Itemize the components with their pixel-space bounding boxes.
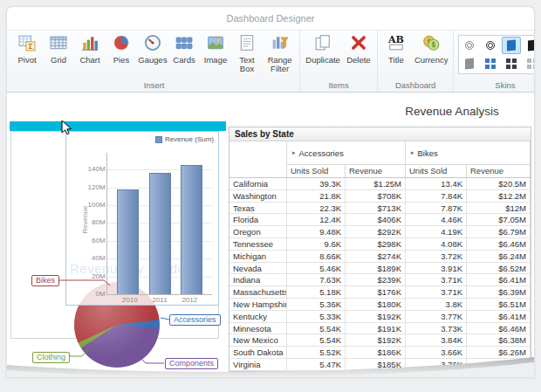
- grid-cell-state: Tennessee: [229, 238, 287, 251]
- grid-cell: $180K: [346, 299, 406, 311]
- table-row[interactable]: New Mexico 5.54K $192K 3.84K $6.38M: [229, 334, 531, 347]
- expand-icon[interactable]: ▸: [292, 149, 296, 156]
- grid-cell-state: Indiana: [229, 274, 287, 286]
- grid-cell: 5.33K: [287, 311, 346, 323]
- pivot-button[interactable]: Σ Pivot: [11, 32, 43, 66]
- skin-thumbnail[interactable]: [460, 55, 479, 72]
- x-tick-label: 2010: [122, 296, 138, 304]
- grid-cell: $239K: [346, 274, 406, 286]
- table-row[interactable]: Oregon 9.48K $292K 4.19K $6.79M: [229, 226, 531, 238]
- grid-cell: 5.46K: [287, 263, 346, 275]
- skin-thumbnail[interactable]: [460, 37, 479, 54]
- grid-button[interactable]: Grid: [43, 32, 74, 66]
- grid-cell: $6.24M: [467, 251, 531, 263]
- gauges-button[interactable]: Gauges: [137, 32, 168, 66]
- table-row[interactable]: Indiana 7.63K $239K 3.71K $6.41M: [229, 274, 531, 286]
- window-titlebar[interactable]: Dashboard Designer: [7, 7, 534, 30]
- desktop: { "window": { "title": "Dashboard Design…: [0, 0, 541, 392]
- bar-plot: Revenue 201020112012 0M20M40M60M80M100M1…: [106, 153, 212, 295]
- grid-cell: 5.52K: [287, 347, 346, 359]
- grid-cell: $12M: [467, 203, 531, 215]
- grid-cell: $7.05M: [467, 214, 531, 226]
- bar[interactable]: [149, 173, 171, 294]
- table-row[interactable]: South Dakota 5.52K $186K 3.66K $6.26M: [229, 347, 531, 359]
- range-filter-button[interactable]: Range Filter: [263, 32, 297, 76]
- text-box-icon: [238, 34, 256, 56]
- grid-cell: $186K: [346, 347, 406, 359]
- cards-button[interactable]: Cards: [168, 32, 200, 66]
- y-tick-label: 60M: [79, 237, 106, 245]
- skin-thumbnail[interactable]: [523, 37, 534, 54]
- chart-button[interactable]: Chart: [74, 32, 106, 66]
- column-header-units-sold[interactable]: Units Sold: [406, 165, 467, 177]
- mouse-cursor-icon: [61, 120, 72, 140]
- pie-label-bikes[interactable]: Bikes: [31, 275, 59, 286]
- pie-label-components[interactable]: Components: [165, 358, 218, 369]
- pies-button[interactable]: Pies: [106, 32, 137, 66]
- skin-thumbnail[interactable]: [523, 55, 534, 72]
- grid-cell: 3.91K: [406, 263, 467, 275]
- table-row[interactable]: California 39.3K $1.25M 13.4K $20.5M: [229, 178, 531, 190]
- table-row[interactable]: Virginia 5.47K $185K 3.76K $6.34M: [229, 359, 531, 371]
- pie-label-accessories[interactable]: Accessories: [169, 314, 221, 326]
- title-icon: AB: [387, 34, 405, 56]
- bar[interactable]: [181, 165, 202, 294]
- table-row[interactable]: Nevada 5.46K $189K 3.91K $6.52M: [229, 263, 531, 275]
- grid-cell-state: Oregon: [229, 226, 287, 238]
- band-header-accessories[interactable]: ▸ Accessories: [287, 141, 406, 164]
- column-header-revenue[interactable]: Revenue: [346, 165, 406, 177]
- band-label: Bikes: [418, 148, 438, 158]
- skin-thumbnail[interactable]: [481, 55, 500, 72]
- grid-cell: $12.2M: [467, 190, 531, 203]
- grid-cell: 3.76K: [406, 359, 467, 371]
- grid-cell-state: New Mexico: [229, 334, 287, 347]
- image-button[interactable]: Image: [200, 32, 231, 66]
- grid-cell: $192K: [346, 311, 406, 323]
- table-row[interactable]: New Hampshire 5.36K $180K 3.8K $6.51M: [229, 299, 531, 311]
- window-title: Dashboard Designer: [227, 13, 315, 24]
- image-label: Image: [204, 56, 227, 65]
- table-row[interactable]: Washington 21.8K $708K 7.84K $12.2M: [229, 190, 531, 203]
- grid-cell: 5.36K: [287, 299, 346, 311]
- table-row[interactable]: Massachusetts 5.18K $176K 3.71K $6.39M: [229, 286, 531, 299]
- grid-cell: $176K: [346, 286, 406, 299]
- table-row[interactable]: Michigan 8.66K $274K 3.72K $6.24M: [229, 251, 531, 263]
- pies-icon: [113, 34, 130, 56]
- skin-thumbnail[interactable]: [481, 37, 500, 54]
- currency-button[interactable]: €$ Currency: [412, 32, 451, 66]
- column-header-revenue[interactable]: Revenue: [467, 165, 531, 177]
- table-row[interactable]: Kentucky 5.33K $192K 3.77K $6.41M: [229, 311, 531, 323]
- title-label: Title: [388, 56, 404, 65]
- group-caption-dashboard: Dashboard: [380, 79, 451, 92]
- grid-cell-state: Texas: [229, 203, 287, 215]
- expand-icon[interactable]: ▸: [411, 149, 414, 156]
- grid-cell: $298K: [346, 238, 406, 251]
- delete-button[interactable]: Delete: [343, 32, 374, 66]
- dashboard-title: Revenue Analysis: [356, 105, 534, 118]
- grid-cell-state: Nevada: [229, 263, 287, 275]
- table-row[interactable]: Minnesota 5.54K $191K 3.73K $6.46M: [229, 323, 531, 335]
- sales-grid-item[interactable]: Sales by State ▸ Accessories ▸ Bikes Uni…: [229, 127, 531, 372]
- bar-chart-item[interactable]: Revenue (Sum) Revenue 201020112012 0M20M…: [65, 131, 219, 306]
- grid-cell: $708K: [346, 190, 406, 203]
- range-filter-icon: [271, 34, 289, 56]
- duplicate-button[interactable]: Duplicate: [303, 32, 343, 66]
- column-header-units-sold[interactable]: Units Sold: [287, 165, 346, 177]
- gauges-label: Gauges: [138, 56, 167, 65]
- grid-cell: 21.8K: [287, 190, 346, 203]
- skin-thumbnail[interactable]: [502, 55, 521, 72]
- title-button[interactable]: AB Title: [380, 32, 412, 66]
- table-row[interactable]: Tennessee 9.6K $298K 4.08K $6.46M: [229, 238, 531, 251]
- pie-label-clothing[interactable]: Clothing: [32, 352, 70, 363]
- skin-thumbnail[interactable]: [502, 37, 521, 54]
- table-row[interactable]: Texas 22.3K $713K 7.87K $12M: [229, 203, 531, 215]
- band-header-bikes[interactable]: ▸ Bikes: [406, 141, 531, 164]
- table-row[interactable]: Florida 12.4K $406K 4.46K $7.05M: [229, 214, 531, 226]
- text-box-button[interactable]: Text Box: [231, 32, 263, 76]
- band-label: Accessories: [299, 148, 344, 158]
- grid-cell: 4.08K: [406, 238, 467, 251]
- grid-corner-cell: [229, 141, 287, 177]
- bar[interactable]: [117, 189, 139, 294]
- grid-cell: $6.46M: [467, 238, 531, 251]
- grid-cell: $20.5M: [467, 178, 531, 190]
